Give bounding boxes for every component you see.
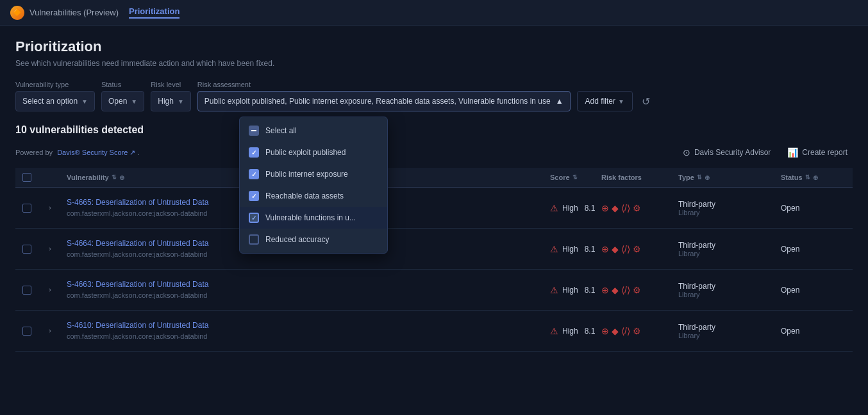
vulnerabilities-table: Vulnerability ⇅ ⊕ Score ⇅ Risk factors T… — [15, 168, 853, 352]
col-status[interactable]: Status ⇅ ⊕ — [776, 174, 853, 181]
dropdown-item-reachable-data[interactable]: ✓ Reachable data assets — [240, 185, 387, 207]
row-3-checkbox[interactable] — [15, 327, 38, 336]
status-select[interactable]: Open ▼ — [101, 91, 144, 111]
row-3-type: Third-party Library — [673, 323, 776, 339]
page-title: Prioritization — [15, 38, 853, 55]
risk-assessment-value: Public exploit published, Public interne… — [204, 97, 551, 106]
row-3-type-sub: Library — [678, 332, 771, 339]
row-1-expand[interactable]: › — [38, 245, 62, 252]
row-2-risk-icon-1: ⊕ — [601, 285, 609, 295]
row-0-type: Third-party Library — [673, 200, 776, 216]
row-0-type-sub: Library — [678, 209, 771, 216]
row-1-risk-icon-3: ⟨/⟩ — [621, 244, 630, 254]
row-0-risk-icon-1: ⊕ — [601, 203, 609, 213]
row-1-severity-label: High — [562, 245, 578, 254]
vulnerability-type-value: Select an option — [22, 97, 78, 106]
row-0-expand[interactable]: › — [38, 204, 62, 211]
nav-current-page[interactable]: Prioritization — [129, 6, 179, 19]
reduced-accuracy-checkbox[interactable] — [249, 234, 259, 245]
public-internet-checkbox[interactable]: ✓ — [249, 169, 259, 179]
row-3-severity: ⚠ High 8.1 — [545, 326, 596, 336]
create-report-button[interactable]: 📊 Create report — [782, 145, 853, 160]
vulnerability-type-select[interactable]: Select an option ▼ — [15, 91, 95, 111]
dropdown-item-reduced-accuracy[interactable]: Reduced accuracy — [240, 229, 387, 250]
dropdown-item-public-internet[interactable]: ✓ Public internet exposure — [240, 163, 387, 185]
table-header: Vulnerability ⇅ ⊕ Score ⇅ Risk factors T… — [15, 168, 853, 188]
row-0-severity: ⚠ High 8.1 — [545, 203, 596, 213]
row-0-status: Open — [776, 204, 853, 213]
public-exploit-label: Public exploit published — [265, 148, 346, 157]
row-3-expand[interactable]: › — [38, 327, 62, 334]
risk-assessment-select[interactable]: Public exploit published, Public interne… — [197, 91, 571, 111]
risk-level-label: Risk level — [151, 81, 191, 88]
row-3-vuln-link[interactable]: S-4610: Deserialization of Untrusted Dat… — [67, 321, 540, 330]
row-2-vuln-link[interactable]: S-4663: Deserialization of Untrusted Dat… — [67, 280, 540, 289]
advisor-label: Davis Security Advisor — [694, 148, 771, 157]
risk-level-select[interactable]: High ▼ — [151, 91, 191, 111]
row-0-severity-label: High — [562, 204, 578, 213]
col-type[interactable]: Type ⇅ ⊕ — [673, 174, 776, 181]
davis-security-score-link[interactable]: Davis® Security Score ↗ — [57, 149, 135, 156]
table-row: › S-4664: Deserialization of Untrusted D… — [15, 229, 853, 270]
row-1-type: Third-party Library — [673, 241, 776, 257]
row-2-risk-icon-2: ◆ — [612, 285, 619, 295]
reduced-accuracy-label: Reduced accuracy — [265, 235, 329, 244]
row-1-risk-icon-4: ⚙ — [633, 244, 641, 254]
row-2-checkbox[interactable] — [15, 286, 38, 295]
public-exploit-checkbox[interactable]: ✓ — [249, 147, 259, 158]
row-1-type-sub: Library — [678, 250, 771, 257]
row-2-severity-label: High — [562, 286, 578, 295]
row-1-checkbox[interactable] — [15, 245, 38, 254]
dropdown-item-vulnerable-functions[interactable]: ✓ Vulnerable functions in u... — [240, 207, 387, 229]
row-3-risk-icons: ⊕ ◆ ⟨/⟩ ⚙ — [596, 326, 673, 336]
row-2-risk-icons: ⊕ ◆ ⟨/⟩ ⚙ — [596, 285, 673, 295]
risk-assessment-dropdown: Select all ✓ Public exploit published ✓ … — [239, 117, 388, 254]
vulnerability-sort-icon: ⇅ — [112, 174, 117, 181]
row-1-severity-icon: ⚠ — [550, 244, 558, 254]
col-score[interactable]: Score ⇅ — [545, 174, 596, 181]
row-3-type-label: Third-party — [678, 323, 771, 332]
page-subtitle: See which vulnerabilities need immediate… — [15, 59, 853, 68]
vulnerability-type-chevron-icon: ▼ — [81, 98, 88, 105]
filter-row: Vulnerability type Select an option ▼ St… — [15, 81, 853, 111]
davis-advisor-button[interactable]: ⊙ Davis Security Advisor — [678, 145, 776, 160]
row-1-risk-icon-2: ◆ — [612, 244, 619, 254]
row-1-type-label: Third-party — [678, 241, 771, 250]
risk-level-chevron-icon: ▼ — [178, 98, 184, 105]
select-all-rows-checkbox[interactable] — [15, 173, 38, 182]
vulnerable-functions-label: Vulnerable functions in u... — [265, 213, 356, 222]
row-0-severity-icon: ⚠ — [550, 203, 558, 213]
row-0-package: com.fasterxml.jackson.core:jackson-datab… — [67, 209, 207, 217]
col-risk-factors: Risk factors — [596, 174, 673, 181]
dropdown-select-all[interactable]: Select all — [240, 120, 387, 142]
select-all-label: Select all — [265, 126, 297, 135]
reset-filters-button[interactable]: ↺ — [639, 93, 653, 110]
report-icon: 📊 — [787, 147, 798, 158]
row-2-type: Third-party Library — [673, 282, 776, 298]
row-1-status: Open — [776, 245, 853, 254]
row-3-risk-icon-2: ◆ — [612, 326, 619, 336]
reachable-data-label: Reachable data assets — [265, 191, 344, 200]
risk-level-filter: Risk level High ▼ — [151, 81, 191, 111]
row-0-type-label: Third-party — [678, 200, 771, 209]
add-filter-button[interactable]: Add filter ▼ — [577, 91, 633, 111]
row-2-type-label: Third-party — [678, 282, 771, 291]
status-filter: Status Open ▼ — [101, 81, 144, 111]
row-0-checkbox[interactable] — [15, 204, 38, 213]
row-1-risk-icons: ⊕ ◆ ⟨/⟩ ⚙ — [596, 244, 673, 254]
powered-by: Powered by Davis® Security Score ↗ . — [15, 149, 140, 157]
action-buttons: ⊙ Davis Security Advisor 📊 Create report — [678, 145, 853, 160]
row-3-severity-label: High — [562, 327, 578, 336]
row-2-vuln-name: S-4663: Deserialization of Untrusted Dat… — [62, 280, 545, 300]
vulnerable-functions-checkbox[interactable]: ✓ — [249, 213, 259, 223]
row-3-status: Open — [776, 327, 853, 336]
vulnerability-type-filter: Vulnerability type Select an option ▼ — [15, 81, 95, 111]
row-2-package: com.fasterxml.jackson.core:jackson-datab… — [67, 291, 207, 299]
select-all-checkbox[interactable] — [249, 126, 259, 136]
reachable-data-checkbox[interactable]: ✓ — [249, 191, 259, 201]
row-3-score: 8.1 — [585, 327, 596, 336]
dropdown-item-public-exploit[interactable]: ✓ Public exploit published — [240, 142, 387, 163]
row-2-risk-icon-3: ⟨/⟩ — [621, 285, 630, 295]
row-2-expand[interactable]: › — [38, 286, 62, 293]
add-filter-label: Add filter — [585, 97, 615, 106]
